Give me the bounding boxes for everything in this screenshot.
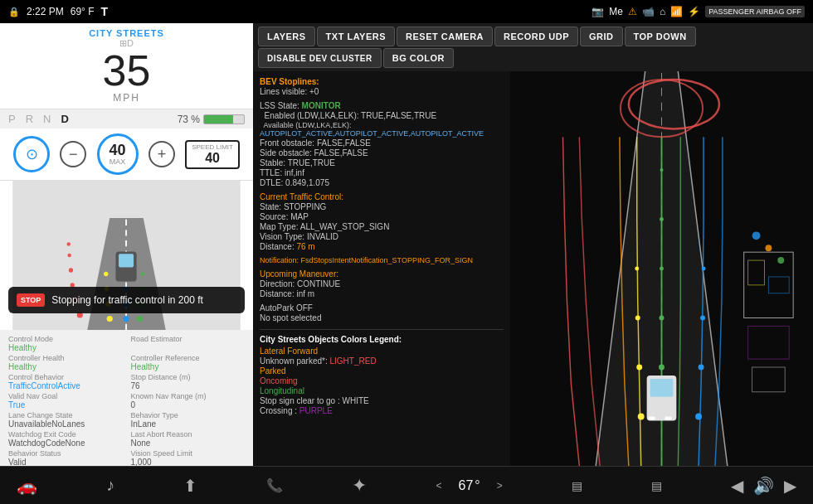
volume-down-icon[interactable]: ◀ [731,476,743,496]
notification-section: Notification: FsdStopsIntentNotification… [260,256,504,264]
svg-rect-43 [650,379,674,397]
speed-limit-box: SPEED LIMIT 40 [185,140,240,169]
controller-health-col: Controller Health Healthy [8,354,123,371]
temp-decrease-button[interactable]: < [436,480,441,492]
txt-layers-button[interactable]: TXT LAYERS [317,27,395,46]
vision-speed-value: 1,000 [131,458,246,466]
known-nav-range-value: 0 [131,400,246,410]
reset-camera-button[interactable]: RESET CAMERA [397,27,493,46]
legend-parked: Parked [260,366,504,376]
svg-point-30 [660,316,665,321]
volume-icon: 🔊 [753,476,774,496]
telemetry-info-panel: BEV Stoplines: Lines visible: +0 LSS Sta… [253,71,510,466]
lock-icon: 🔒 [8,7,20,17]
legend-stop-sign: Stop sign clear to go : WHITE [260,396,504,405]
controller-ref-col: Controller Reference Healthy [131,354,246,371]
stop-badge: STOP [17,293,45,307]
lss-state-line: LSS State: MONITOR [260,101,504,110]
wifi-icon: 📶 [670,6,683,17]
last-abort-label: Last Abort Reason [131,430,246,439]
svg-point-52 [752,231,761,240]
music-icon[interactable]: ♪ [106,476,114,495]
speed-display: 35 [8,49,245,92]
phone-icon[interactable]: 📞 [266,477,283,493]
right-content: BEV Stoplines: Lines visible: +0 LSS Sta… [253,71,813,466]
right-panel: LAYERS TXT LAYERS RESET CAMERA RECORD UD… [253,23,813,466]
vision-speed-col: Vision Speed Limit 1,000 [131,449,246,466]
record-udp-button[interactable]: RECORD UDP [494,27,578,46]
speed-limit-value: 40 [192,151,233,166]
driver-info-table: Control Mode Healthy Road Estimator Cont… [0,330,253,466]
autopark-title: AutoPark OFF [260,303,504,313]
valid-nav-goal-value: True [8,400,123,410]
temp-status: 69° F [71,6,95,17]
speed-decrease-button[interactable]: − [60,141,86,167]
layers-button[interactable]: LAYERS [258,27,315,46]
upload-icon[interactable]: ⬆ [183,476,197,496]
behavior-type-col: Behavior Type InLane [131,411,246,429]
svg-rect-45 [665,417,671,420]
direction-line: Direction: CONTINUE [260,279,504,288]
svg-point-53 [765,245,772,251]
steering-wheel-icon: ⊙ [13,136,50,172]
stop-distance-col: Stop Distance (m) 76 [131,373,246,390]
car-icon[interactable]: 🚗 [17,476,37,496]
warning-icon: ⚠ [628,6,637,17]
climate-controls: < 67 ° > [436,478,502,493]
autopark-section: AutoPark OFF No spot selected [260,303,504,322]
speed-target-label: MAX [110,158,126,166]
controller-ref-label: Controller Reference [131,354,246,362]
bg-color-button[interactable]: BG COLOR [383,48,454,68]
svg-point-9 [107,316,113,322]
behavior-type-value: InLane [131,419,246,429]
legend-oncoming: Oncoming [260,376,504,385]
svg-point-31 [660,267,664,271]
volume-controls: ◀ 🔊 ▶ [731,476,796,496]
vision-speed-label: Vision Speed Limit [131,449,246,458]
battery-percent: 73 % [178,114,200,125]
legend-title: City Streets Objects Colors Legend: [260,335,504,344]
status-right: 📷 Me ⚠ 📹 ⌂ 📶 ⚡ PASSENGER AIRBAG OFF [591,6,805,17]
visualization-svg [510,71,813,466]
seat-heat-left-icon[interactable]: ▤ [572,479,582,492]
volume-up-icon[interactable]: ▶ [784,476,796,496]
gear-N: N [43,113,51,125]
stop-message: Stopping for traffic control in 200 ft [51,294,203,306]
mph-label: MPH [8,92,245,104]
grid-button[interactable]: GRID [580,27,623,46]
status-left: 🔒 2:22 PM 69° F T [8,5,108,18]
valid-nav-goal-label: Valid Nav Goal [8,392,123,400]
fan-icon[interactable]: ✦ [352,475,367,497]
road-estimator-label: Road Estimator [131,335,246,343]
control-behavior-label: Control Behavior [8,373,123,381]
map-type-line: Map Type: ALL_WAY_STOP_SIGN [260,222,504,231]
lane-change-col: Lane Change State UnavailableNoLanes [8,411,123,429]
svg-point-20 [141,272,145,276]
svg-point-13 [123,316,129,322]
control-mode-value: Healthy [8,343,123,352]
seat-heat-right-icon[interactable]: ▤ [651,479,662,492]
known-nav-range-col: Known Nav Range (m) 0 [131,392,246,410]
main-content: CITY STREETS ⊞D 35 MPH P R N D 73 % ⊙ [0,23,813,466]
top-down-button[interactable]: TOP DOWN [625,27,696,46]
battery-bar [203,114,245,124]
source-line: Source: MAP [260,212,504,221]
front-obstacle: Front obstacle: FALSE,FALSE [260,138,504,148]
svg-point-39 [699,365,704,371]
svg-point-34 [638,414,645,420]
svg-point-29 [659,365,665,371]
disable-dev-cluster-button[interactable]: DISABLE DEV CLUSTER [258,48,382,68]
temperature-display: 67 ° [458,478,480,493]
info-row-7: Behavior Status Valid Vision Speed Limit… [8,449,245,466]
svg-point-38 [695,414,702,420]
speed-increase-button[interactable]: + [148,141,175,167]
temp-increase-button[interactable]: > [497,480,503,492]
gear-selector: P R N D [8,113,69,125]
lss-section: LSS State: MONITOR Enabled (LDW,LKA,ELK)… [260,101,504,187]
valid-nav-goal-col: Valid Nav Goal True [8,392,123,410]
left-panel: CITY STREETS ⊞D 35 MPH P R N D 73 % ⊙ [0,23,253,466]
tesla-logo: T [101,5,109,18]
dtle-line: DTLE: 0.849,1.075 [260,178,504,187]
last-abort-value: None [131,439,246,448]
svg-point-41 [702,267,706,271]
